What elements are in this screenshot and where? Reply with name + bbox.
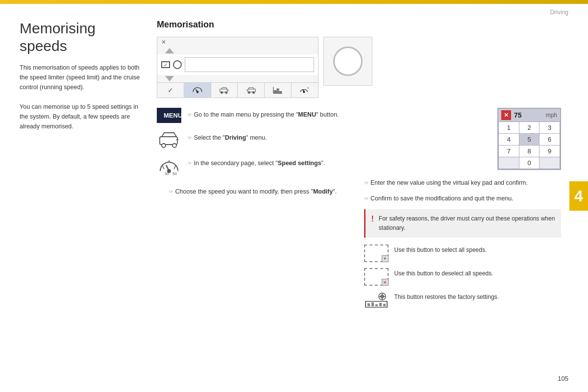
- instructions-area: MENU ☞ Go to the main menu by pressing t…: [157, 108, 561, 315]
- instruction-modify: ☞ Choose the speed you want to modify, t…: [157, 185, 354, 196]
- interface-tabs: ✓: [157, 82, 318, 98]
- keypad-empty-left: [499, 157, 519, 169]
- svg-line-22: [162, 165, 164, 169]
- keypad-close: ✕: [501, 110, 511, 120]
- svg-point-16: [303, 91, 305, 93]
- tab-check: ✓: [157, 83, 184, 98]
- checkbox-icon: [161, 61, 170, 68]
- keypad-2: 2: [519, 122, 539, 133]
- tab-car-right: [238, 83, 265, 98]
- long-bar: [185, 57, 314, 72]
- keypad-grid: 1 2 3 4 5 6 7 8 9: [498, 122, 560, 157]
- keypad-unit: mph: [546, 112, 557, 119]
- warning-icon: !: [371, 215, 374, 223]
- svg-text:+: +: [307, 86, 309, 90]
- big-circle-icon: [333, 47, 363, 76]
- keypad-1: 1: [499, 122, 519, 133]
- keypad-3: 3: [539, 122, 560, 133]
- keypad-header: ✕ 75 mph: [498, 109, 560, 122]
- svg-text:50: 50: [172, 172, 177, 176]
- instruction-speed-settings: 30 50 ☞ In the secondary page, select "S…: [157, 156, 354, 177]
- interface-panel: ✕ ✓: [157, 37, 318, 98]
- instruction-menu: MENU ☞ Go to the main menu by pressing t…: [157, 108, 354, 123]
- page-number: 105: [558, 375, 568, 382]
- instruction-enter: ☞ Enter the new value using the virtual …: [364, 176, 562, 188]
- svg-rect-35: [379, 303, 382, 306]
- select-all-text: Use this button to select all speeds.: [394, 245, 487, 255]
- circle-panel: [323, 37, 372, 86]
- factory-settings-icon: [365, 292, 388, 309]
- factory-icon-wrap: [364, 292, 389, 309]
- select-all-item: Use this button to select all speeds.: [364, 245, 562, 262]
- circle-icon: [173, 60, 182, 69]
- car-icon-wrap: [157, 131, 181, 148]
- keypad-7: 7: [499, 146, 519, 157]
- menu-button-icon: MENU: [157, 108, 181, 123]
- keypad-value: 75: [514, 111, 522, 119]
- keypad-4: 4: [499, 134, 519, 145]
- svg-rect-34: [375, 304, 378, 306]
- instruction-confirm: ☞ Confirm to save the modifications and …: [364, 192, 562, 203]
- svg-point-3: [220, 92, 222, 94]
- svg-rect-36: [383, 304, 386, 306]
- keypad-zero-row: 0: [498, 157, 560, 169]
- instruction-enter-text: ☞ Enter the new value using the virtual …: [364, 176, 528, 188]
- main-column: Memorisation ✕ ✓: [157, 20, 561, 315]
- select-all-icon: [364, 245, 389, 262]
- keypad-6: 6: [539, 134, 560, 145]
- svg-rect-12: [274, 91, 276, 94]
- warning-text: For safety reasons, the driver must carr…: [379, 214, 555, 233]
- svg-text:30: 30: [165, 172, 169, 176]
- close-icon: ✕: [161, 39, 166, 46]
- menu-button: MENU: [157, 108, 181, 123]
- instruction-driving-text: ☞ Select the "Driving" menu.: [187, 131, 267, 143]
- svg-point-19: [162, 144, 166, 147]
- chapter-number: 4: [569, 181, 588, 211]
- svg-rect-13: [277, 89, 279, 93]
- svg-rect-33: [371, 302, 374, 306]
- instruction-menu-text: ☞ Go to the main menu by pressing the "M…: [187, 108, 339, 120]
- interface-screenshot: ✕ ✓: [157, 37, 561, 98]
- top-bar: [0, 0, 588, 4]
- keypad-8: 8: [519, 146, 539, 157]
- virtual-keypad: ✕ 75 mph 1 2 3 4 5 6 7 8 9 0: [497, 108, 561, 170]
- instructions-left: MENU ☞ Go to the main menu by pressing t…: [157, 108, 354, 315]
- factory-item: This button restores the factory setting…: [364, 292, 562, 309]
- svg-point-8: [253, 92, 255, 94]
- svg-rect-14: [280, 92, 282, 94]
- instruction-modify-text: ☞ Choose the speed you want to modify, t…: [169, 185, 337, 196]
- svg-line-24: [174, 165, 176, 169]
- deselect-all-text: Use this button to deselect all speeds.: [394, 268, 493, 278]
- tab-speedo-active: [184, 83, 211, 98]
- left-column: Memorising speeds This memorisation of s…: [20, 20, 147, 131]
- speedo-icon-wrap: 30 50: [157, 156, 181, 177]
- keypad-5: 5: [519, 134, 539, 145]
- warning-box: ! For safety reasons, the driver must ca…: [364, 209, 562, 238]
- bottom-icons: Use this button to select all speeds. Us…: [364, 245, 562, 309]
- instructions-right: ✕ 75 mph 1 2 3 4 5 6 7 8 9 0: [364, 108, 562, 315]
- intro-text: This memorisation of speeds applies to b…: [20, 63, 147, 131]
- memorisation-heading: Memorisation: [157, 20, 561, 30]
- instruction-driving: ☞ Select the "Driving" menu.: [157, 131, 354, 148]
- deselect-all-item: Use this button to deselect all speeds.: [364, 268, 562, 286]
- keypad-9: 9: [539, 146, 560, 157]
- instruction-confirm-text: ☞ Confirm to save the modifications and …: [364, 192, 514, 203]
- deselect-all-icon: [364, 268, 389, 286]
- tab-car-left: [211, 83, 238, 98]
- car-icon: [158, 131, 180, 148]
- keypad-empty-right: [539, 157, 560, 169]
- svg-point-20: [172, 144, 176, 147]
- tab-chart: [265, 83, 292, 98]
- icon-row: [157, 54, 318, 75]
- keypad-0: 0: [519, 157, 539, 169]
- page-title: Memorising speeds: [20, 20, 147, 55]
- svg-rect-32: [368, 303, 370, 306]
- factory-text: This button restores the factory setting…: [394, 292, 499, 302]
- speedo-icon: 30 50: [158, 156, 180, 177]
- instruction-speed-text: ☞ In the secondary page, select "Speed s…: [187, 156, 325, 168]
- svg-point-7: [248, 92, 250, 94]
- svg-point-1: [196, 91, 198, 93]
- svg-point-4: [225, 92, 227, 94]
- section-label: Driving: [550, 9, 568, 16]
- tab-speedo-plus: +: [292, 83, 318, 98]
